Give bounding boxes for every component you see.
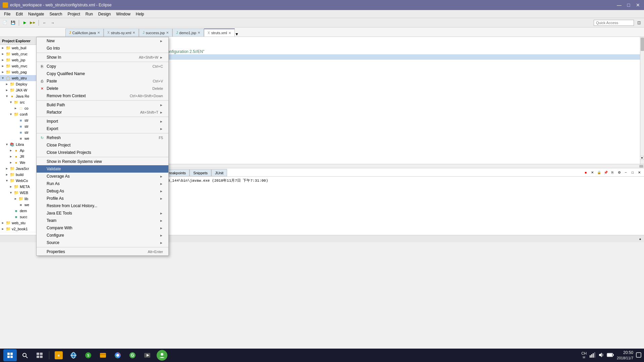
back-button[interactable]: ← bbox=[41, 19, 48, 26]
ctx-show-in[interactable]: Show In Alt+Shift+W ► bbox=[37, 54, 168, 61]
ctx-debug-as[interactable]: Debug As ► bbox=[37, 187, 168, 195]
ctx-profile-as[interactable]: Profile As ► bbox=[37, 195, 168, 202]
ctx-refactor[interactable]: Refactor Alt+Shift+T ► bbox=[37, 109, 168, 116]
scroll-lock-button[interactable]: 🔒 bbox=[596, 169, 602, 175]
menu-navigate[interactable]: Navigate bbox=[25, 11, 47, 17]
taskview-button[interactable] bbox=[33, 349, 46, 361]
tab-success-close[interactable]: ✕ bbox=[166, 31, 169, 35]
ctx-new-arrow: ► bbox=[160, 39, 163, 43]
ctx-source[interactable]: Source ► bbox=[37, 239, 168, 246]
clear-console-button[interactable]: ✕ bbox=[589, 169, 595, 175]
h-scroll-right-btn[interactable] bbox=[639, 165, 643, 168]
editor-vertical-scrollbar[interactable] bbox=[640, 37, 644, 164]
tab-demo1-close[interactable]: ✕ bbox=[198, 31, 200, 35]
perspective-button[interactable]: ◫ bbox=[635, 19, 643, 26]
ctx-export[interactable]: Export ► bbox=[37, 125, 168, 132]
tab-junit[interactable]: JUnit bbox=[211, 169, 227, 176]
taskbar-speaker-icon[interactable] bbox=[598, 352, 604, 359]
taskbar-network-icon[interactable] bbox=[589, 352, 595, 359]
ctx-refresh[interactable]: ↻ Refresh F5 bbox=[37, 134, 168, 141]
search-button[interactable] bbox=[18, 349, 32, 361]
ctx-copy-qualified[interactable]: Copy Qualified Name bbox=[37, 70, 168, 77]
tab-snippets[interactable]: Snippets bbox=[190, 169, 211, 176]
menu-run[interactable]: Run bbox=[83, 11, 96, 17]
quick-access-input[interactable] bbox=[594, 20, 634, 26]
console-options-button[interactable]: ⚙ bbox=[616, 169, 622, 175]
taskbar-app-swirl[interactable]: S bbox=[82, 349, 95, 361]
ctx-build-path[interactable]: Build Path ► bbox=[37, 101, 168, 109]
tab-struts-sy-xml[interactable]: X struts-sy.xml ✕ bbox=[104, 28, 139, 37]
maximize-panel-button[interactable]: □ bbox=[630, 169, 636, 175]
svg-marker-28 bbox=[599, 353, 602, 357]
tab-calaction-java[interactable]: J CalAction.java ✕ bbox=[65, 28, 104, 37]
ctx-close-project[interactable]: Close Project bbox=[37, 141, 168, 149]
minimize-panel-button[interactable]: − bbox=[623, 169, 629, 175]
close-panel-button[interactable]: ✕ bbox=[636, 169, 642, 175]
ctx-compare-with[interactable]: Compare With ► bbox=[37, 224, 168, 232]
ctx-team[interactable]: Team ► bbox=[37, 217, 168, 224]
ctx-remove-context[interactable]: Remove from Context Ctrl+Alt+Shift+Down bbox=[37, 92, 168, 100]
ctx-show-remote[interactable]: Show in Remote Systems view bbox=[37, 158, 168, 165]
taskbar-right-area: CH M 20:50 2018/11/7 bbox=[581, 350, 641, 360]
stop-button[interactable]: ■ bbox=[583, 169, 589, 175]
start-button[interactable] bbox=[3, 349, 17, 361]
pin-button[interactable]: 📌 bbox=[603, 169, 609, 175]
arrow-web-stu: ► bbox=[1, 221, 5, 225]
ctx-delete[interactable]: ✕ Delete Delete bbox=[37, 85, 168, 92]
taskbar-app-green-g[interactable]: G bbox=[126, 349, 139, 361]
xml-file-icon: X bbox=[107, 31, 110, 35]
ctx-java-ee-tools[interactable]: Java EE Tools ► bbox=[37, 209, 168, 217]
tab-struts-sy-close[interactable]: ✕ bbox=[132, 31, 135, 35]
ctx-properties[interactable]: Properties Alt+Enter bbox=[37, 248, 168, 255]
ctx-paste[interactable]: ⎙ Paste Ctrl+V bbox=[37, 77, 168, 85]
svg-rect-24 bbox=[590, 355, 591, 358]
ctx-go-into[interactable]: Go Into bbox=[37, 45, 168, 52]
ctx-profile-as-arrow: ► bbox=[160, 197, 163, 200]
ctx-import[interactable]: Import ► bbox=[37, 118, 168, 125]
menu-project[interactable]: Project bbox=[65, 11, 83, 17]
tab-struts-xml-close[interactable]: ✕ bbox=[228, 31, 231, 35]
run-button[interactable]: ▶ bbox=[21, 19, 29, 26]
taskbar-app-chrome[interactable] bbox=[111, 349, 124, 361]
jsp-icon-dem: ■ bbox=[13, 208, 19, 214]
menu-design[interactable]: Design bbox=[96, 11, 113, 17]
ctx-validate[interactable]: Validate bbox=[37, 165, 168, 173]
arrow-deploy: ► bbox=[5, 82, 9, 86]
menu-file[interactable]: File bbox=[1, 11, 13, 17]
menu-help[interactable]: Help bbox=[133, 11, 147, 17]
maximize-button[interactable]: □ bbox=[625, 2, 632, 8]
menu-edit[interactable]: Edit bbox=[13, 11, 25, 17]
tab-success-jsp[interactable]: J success.jsp ✕ bbox=[139, 28, 172, 37]
ctx-copy[interactable]: ⎘ Copy Ctrl+C bbox=[37, 63, 168, 70]
menu-window[interactable]: Window bbox=[113, 11, 133, 17]
menu-search[interactable]: Search bbox=[47, 11, 65, 17]
debug-button[interactable]: ▶► bbox=[29, 19, 37, 26]
tab-struts-xml[interactable]: X struts.xml ✕ bbox=[204, 28, 235, 37]
taskbar-app-ie[interactable] bbox=[67, 349, 80, 361]
minimize-button[interactable]: — bbox=[616, 2, 623, 8]
ctx-restore-history[interactable]: Restore from Local History... bbox=[37, 202, 168, 209]
new-button[interactable]: 📄 bbox=[1, 19, 9, 26]
tab-calaction-close[interactable]: ✕ bbox=[97, 31, 100, 35]
editor-tabs-overflow[interactable]: ▼ bbox=[235, 32, 239, 37]
ctx-coverage-as[interactable]: Coverage As ► bbox=[37, 173, 168, 180]
close-button[interactable]: ✕ bbox=[635, 2, 641, 8]
taskbar-battery-icon[interactable] bbox=[607, 353, 614, 358]
taskbar-clock[interactable]: 20:50 2018/11/7 bbox=[617, 350, 633, 360]
taskbar-notification-icon[interactable] bbox=[636, 352, 641, 358]
svg-text:G: G bbox=[131, 353, 134, 358]
ctx-run-as[interactable]: Run As ► bbox=[37, 180, 168, 187]
taskbar-app-film[interactable] bbox=[141, 349, 154, 361]
forward-button[interactable]: → bbox=[49, 19, 56, 26]
tab-demo1-jsp[interactable]: J demo1.jsp ✕ bbox=[172, 28, 204, 37]
copy-output-button[interactable]: ⎘ bbox=[609, 169, 615, 175]
ctx-new[interactable]: New ► bbox=[37, 37, 168, 45]
scroll-down-arrow[interactable]: ▼ bbox=[640, 156, 644, 160]
editor-scrollbar-thumb[interactable] bbox=[641, 38, 644, 51]
taskbar-app-eclipse[interactable]: e bbox=[52, 349, 65, 361]
ctx-close-unrelated[interactable]: Close Unrelated Projects bbox=[37, 149, 168, 156]
ctx-configure[interactable]: Configure ► bbox=[37, 232, 168, 239]
save-button[interactable]: 💾 bbox=[9, 19, 17, 26]
taskbar-app-avatar[interactable] bbox=[155, 349, 169, 361]
taskbar-app-explorer[interactable] bbox=[96, 349, 110, 361]
